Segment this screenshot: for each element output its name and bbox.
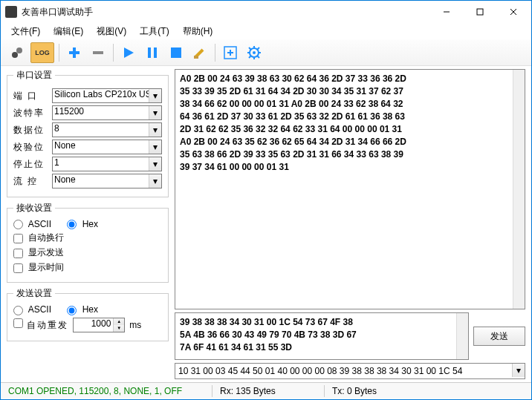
menu-tools[interactable]: 工具(T) (134, 24, 175, 39)
maximize-button[interactable] (463, 1, 496, 22)
status-connection: COM1 OPENED, 115200, 8, NONE, 1, OFF (1, 386, 212, 396)
titlebar: 友善串口调试助手 (1, 1, 531, 23)
scrollbar[interactable] (456, 313, 468, 359)
menu-help[interactable]: 帮助(H) (177, 24, 219, 39)
statusbar: COM1 OPENED, 115200, 8, NONE, 1, OFF Rx:… (1, 382, 531, 399)
send-settings-group: 发送设置 ASCII Hex 自动重发 1000 ▲▼ ms (7, 287, 169, 341)
menu-view[interactable]: 视图(V) (91, 24, 132, 39)
port-label: 端 口 (13, 90, 48, 102)
svg-point-4 (12, 52, 18, 58)
chevron-down-icon[interactable]: ▾ (149, 140, 161, 154)
status-rx: Rx: 135 Bytes (213, 386, 324, 396)
spin-up-icon[interactable]: ▲ (113, 318, 124, 325)
menu-file[interactable]: 文件(F) (5, 24, 46, 39)
chevron-down-icon[interactable]: ▾ (149, 89, 161, 102)
recv-legend: 接收设置 (13, 202, 55, 214)
recv-ascii-radio[interactable]: ASCII (13, 219, 51, 229)
autorepeat-check[interactable]: 自动重发 (13, 318, 68, 332)
svg-point-19 (253, 51, 256, 54)
svg-marker-9 (124, 47, 134, 58)
recv-settings-group: 接收设置 ASCII Hex 自动换行 显示发送 显示时间 (7, 202, 169, 283)
scrollbar[interactable] (513, 70, 525, 309)
settings-icon[interactable] (244, 42, 265, 63)
remove-icon[interactable] (88, 42, 108, 63)
menu-edit[interactable]: 编辑(E) (48, 24, 89, 39)
toolbar: LOG (1, 39, 531, 66)
svg-line-25 (258, 56, 260, 58)
interval-spinner[interactable]: 1000 ▲▼ (73, 318, 125, 332)
flow-select[interactable]: None▾ (52, 174, 162, 188)
chevron-down-icon[interactable]: ▾ (149, 106, 161, 119)
close-button[interactable] (496, 1, 530, 22)
svg-rect-14 (194, 56, 198, 59)
window-title: 友善串口调试助手 (22, 6, 429, 19)
showsend-check[interactable]: 显示发送 (13, 247, 64, 258)
parity-select[interactable]: None▾ (52, 140, 162, 154)
history-combo[interactable]: 10 31 00 03 45 44 50 01 40 00 00 00 08 3… (175, 363, 525, 379)
serial-legend: 串口设置 (13, 69, 55, 82)
port-select[interactable]: Silicon Labs CP210x USI▾ (52, 88, 162, 103)
send-ascii-radio[interactable]: ASCII (13, 304, 51, 315)
databits-label: 数据位 (13, 124, 48, 137)
status-tx: Tx: 0 Bytes (325, 386, 384, 396)
pause-icon[interactable] (142, 42, 163, 63)
svg-line-26 (249, 56, 251, 58)
window-icon[interactable] (220, 42, 241, 63)
databits-select[interactable]: 8▾ (52, 122, 162, 137)
svg-rect-11 (154, 47, 157, 58)
flow-label: 流 控 (13, 175, 48, 188)
log-icon[interactable]: LOG (30, 42, 54, 63)
chevron-down-icon[interactable]: ▾ (512, 364, 525, 377)
stopbits-label: 停止位 (13, 158, 48, 171)
svg-point-5 (16, 47, 22, 53)
chevron-down-icon[interactable]: ▾ (149, 157, 161, 171)
send-button[interactable]: 发送 (473, 327, 525, 346)
stop-icon[interactable] (166, 42, 186, 63)
recv-hex-radio[interactable]: Hex (67, 219, 98, 229)
menubar: 文件(F) 编辑(E) 视图(V) 工具(T) 帮助(H) (1, 23, 531, 39)
rx-textarea[interactable]: A0 2B 00 24 63 39 38 63 30 62 64 36 2D 3… (175, 69, 525, 309)
tx-textarea[interactable]: 39 38 38 38 34 30 31 00 1C 54 73 67 4F 3… (175, 312, 469, 360)
svg-rect-1 (477, 9, 483, 15)
send-legend: 发送设置 (13, 287, 55, 300)
svg-rect-12 (171, 47, 181, 58)
svg-rect-10 (148, 47, 151, 58)
add-icon[interactable] (64, 42, 85, 63)
play-icon[interactable] (118, 42, 139, 63)
app-icon (5, 6, 17, 18)
clear-icon[interactable] (189, 42, 210, 63)
connect-icon[interactable] (7, 42, 27, 63)
svg-line-24 (249, 47, 251, 50)
baud-select[interactable]: 115200▾ (52, 105, 162, 120)
stopbits-select[interactable]: 1▾ (52, 157, 162, 171)
svg-line-27 (258, 47, 260, 50)
ms-label: ms (129, 320, 141, 330)
chevron-down-icon[interactable]: ▾ (149, 123, 161, 137)
autowrap-check[interactable]: 自动换行 (13, 232, 64, 243)
chevron-down-icon[interactable]: ▾ (149, 174, 161, 188)
showtime-check[interactable]: 显示时间 (13, 262, 64, 272)
baud-label: 波特率 (13, 107, 48, 119)
send-hex-radio[interactable]: Hex (67, 304, 98, 315)
parity-label: 校验位 (13, 141, 48, 154)
serial-settings-group: 串口设置 端 口 Silicon Labs CP210x USI▾ 波特率 11… (7, 69, 169, 197)
spin-down-icon[interactable]: ▼ (113, 325, 124, 332)
minimize-button[interactable] (429, 1, 463, 22)
